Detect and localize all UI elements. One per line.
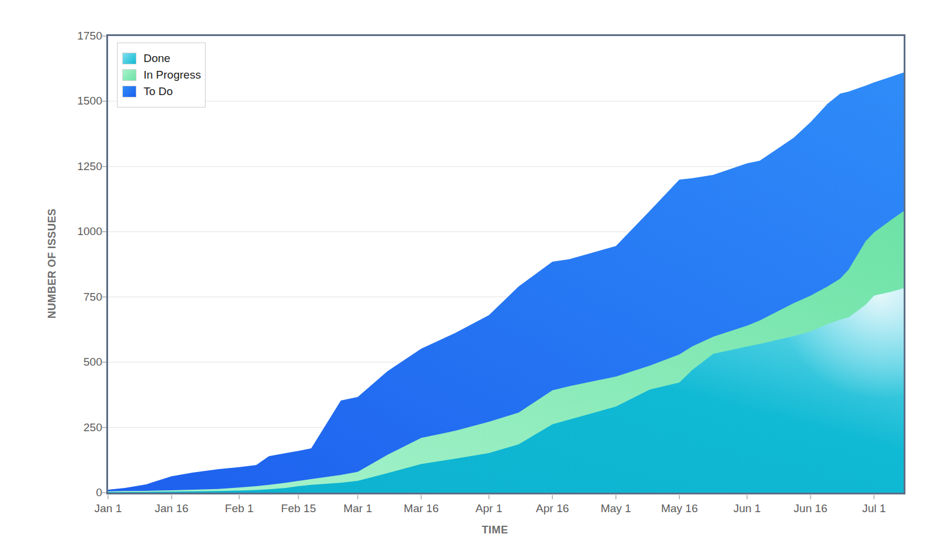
y-tick-label: 1750: [37, 29, 102, 43]
x-tick-label: Mar 16: [404, 502, 439, 516]
legend-item-in-progress: In Progress: [122, 69, 199, 82]
x-tick-label: Jun 16: [794, 502, 827, 516]
legend-label: To Do: [144, 85, 173, 98]
legend-item-done: Done: [122, 52, 199, 65]
in-progress-swatch-icon: [122, 69, 136, 81]
done-swatch-icon: [122, 53, 136, 64]
y-tick-label: 1250: [37, 159, 102, 174]
x-tick-label: May 1: [601, 502, 631, 516]
y-tick-label: 250: [37, 421, 102, 435]
x-tick-label: Feb 1: [225, 502, 254, 516]
x-tick-label: Mar 1: [343, 502, 372, 516]
plot-area[interactable]: [106, 34, 905, 494]
x-tick-label: Jun 1: [734, 502, 761, 516]
x-tick-label: Jan 1: [94, 502, 122, 516]
x-axis-title: TIME: [482, 524, 509, 536]
chart-canvas: [106, 34, 905, 494]
legend-item-to-do: To Do: [122, 85, 199, 98]
to-do-swatch-icon: [122, 86, 136, 97]
x-tick-label: Apr 16: [536, 502, 569, 516]
legend: Done In Progress To Do: [117, 43, 206, 108]
legend-label: In Progress: [144, 69, 201, 82]
x-tick-label: Jul 1: [862, 502, 886, 516]
y-axis-title: NUMBER OF ISSUES: [46, 209, 58, 318]
x-tick-label: May 16: [661, 502, 698, 516]
cumulative-flow-diagram: 02505007501000125015001750 Jan 1Jan 16Fe…: [0, 0, 945, 560]
y-tick-label: 0: [37, 486, 102, 500]
x-tick-label: Apr 1: [475, 502, 502, 516]
y-tick-label: 500: [37, 355, 102, 369]
x-tick-label: Feb 15: [281, 502, 316, 516]
y-tick-label: 1500: [37, 94, 102, 108]
legend-label: Done: [144, 52, 170, 65]
x-tick-label: Jan 16: [155, 502, 188, 516]
